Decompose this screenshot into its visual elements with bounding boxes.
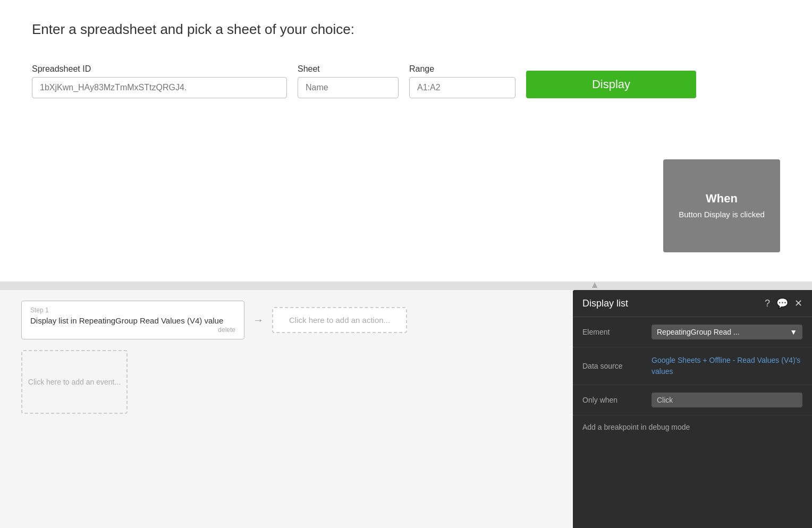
when-block[interactable]: When Button Display is clicked: [663, 159, 780, 252]
panel-element-dropdown-text: RepeatingGroup Read ...: [657, 328, 785, 336]
form-row: Spreadsheet ID Sheet Range Display: [32, 64, 780, 98]
when-title: When: [706, 192, 738, 206]
panel-only-when-label: Only when: [582, 396, 652, 404]
display-button[interactable]: Display: [526, 71, 696, 98]
spreadsheet-id-label: Spreadsheet ID: [32, 64, 287, 74]
panel-debug-row: Add a breakpoint in debug mode: [573, 415, 812, 439]
when-subtitle: Button Display is clicked: [679, 209, 765, 220]
step1-box[interactable]: Step 1 Display list in RepeatingGroup Re…: [21, 301, 244, 339]
spreadsheet-id-input[interactable]: [32, 77, 287, 98]
range-group: Range: [409, 64, 515, 98]
panel-element-value: RepeatingGroup Read ... ▼: [652, 325, 802, 339]
panel-icons: ? 💬 ✕: [765, 297, 802, 309]
sheet-input[interactable]: [298, 77, 399, 98]
panel-element-label: Element: [582, 328, 652, 336]
panel-body: Element RepeatingGroup Read ... ▼ Data s…: [573, 317, 812, 439]
panel-close-icon[interactable]: ✕: [794, 297, 802, 309]
panel-only-when-row: Only when Click: [573, 385, 812, 415]
step1-content: Display list in RepeatingGroup Read Valu…: [30, 316, 235, 325]
top-section: Enter a spreadsheet and pick a sheet of …: [0, 0, 812, 114]
panel-title: Display list: [582, 298, 628, 309]
sheet-group: Sheet: [298, 64, 399, 98]
range-label: Range: [409, 64, 515, 74]
panel-element-dropdown[interactable]: RepeatingGroup Read ... ▼: [652, 325, 802, 339]
step1-label: Step 1: [30, 306, 235, 314]
panel-datasource-row: Data source Google Sheets + Offline - Re…: [573, 347, 812, 385]
range-input[interactable]: [409, 77, 515, 98]
sheet-label: Sheet: [298, 64, 399, 74]
page-instruction: Enter a spreadsheet and pick a sheet of …: [32, 21, 780, 38]
add-action-box[interactable]: Click here to add an action...: [272, 307, 407, 333]
panel-datasource-link[interactable]: Google Sheets + Offline - Read Values (V…: [652, 356, 800, 376]
panel-datasource-value: Google Sheets + Offline - Read Values (V…: [652, 355, 802, 377]
panel-only-when-value: Click: [652, 393, 802, 407]
chevron-down-icon: ▼: [790, 328, 797, 336]
divider-arrow-icon: ▲: [590, 279, 599, 291]
step1-delete[interactable]: delete: [30, 326, 235, 334]
panel-debug-label: Add a breakpoint in debug mode: [582, 423, 690, 431]
panel-header: Display list ? 💬 ✕: [573, 290, 812, 317]
divider: ▲: [0, 282, 812, 290]
panel-only-when-input[interactable]: Click: [652, 393, 802, 407]
panel-datasource-label: Data source: [582, 362, 652, 370]
spreadsheet-id-group: Spreadsheet ID: [32, 64, 287, 98]
panel-help-icon[interactable]: ?: [765, 298, 770, 309]
panel-chat-icon[interactable]: 💬: [776, 297, 788, 309]
display-list-panel: Display list ? 💬 ✕ Element RepeatingGrou…: [573, 290, 812, 528]
arrow-icon: →: [253, 314, 264, 326]
panel-element-row: Element RepeatingGroup Read ... ▼: [573, 317, 812, 347]
add-event-box[interactable]: Click here to add an event...: [21, 350, 128, 414]
